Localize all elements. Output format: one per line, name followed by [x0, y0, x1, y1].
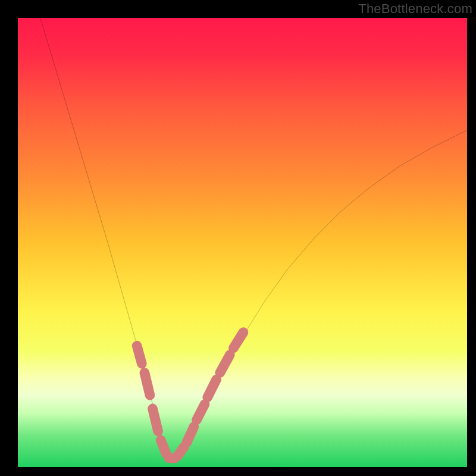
marker-segment: [178, 447, 184, 456]
chart-frame: TheBottleneck.com: [0, 0, 476, 476]
marker-segment: [161, 440, 166, 454]
marker-segment: [145, 372, 150, 395]
watermark-text: TheBottleneck.com: [358, 1, 472, 17]
chart-svg: [18, 18, 467, 467]
plot-area: [18, 18, 467, 467]
marker-segment: [137, 346, 142, 364]
marker-segment: [187, 427, 194, 442]
gradient-background: [18, 18, 467, 467]
marker-segment: [153, 409, 158, 431]
